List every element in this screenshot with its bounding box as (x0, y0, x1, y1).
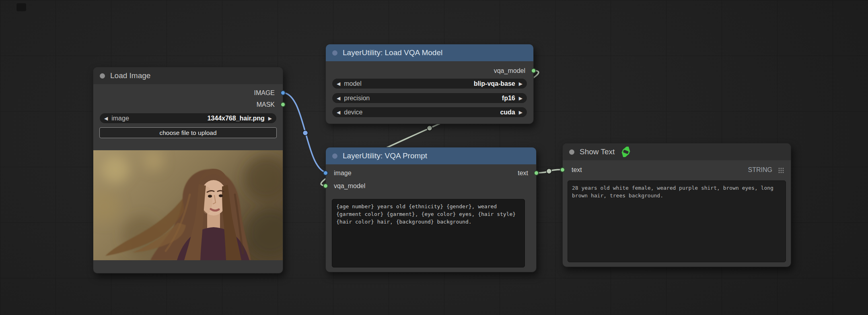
precision-combo[interactable]: ◀ precision fp16 ▶ (332, 93, 527, 104)
link-midpoint-dot (547, 169, 552, 174)
collapse-dot[interactable] (100, 73, 105, 79)
node-header[interactable]: LayerUtility: Load VQA Model (326, 44, 533, 61)
combo-label: model (344, 80, 362, 87)
input-port-image[interactable] (323, 170, 328, 176)
combo-left-arrow-icon[interactable]: ◀ (337, 110, 340, 115)
combo-right-arrow-icon[interactable]: ▶ (519, 110, 522, 115)
combo-left-arrow-icon[interactable]: ◀ (337, 96, 340, 101)
combo-right-arrow-icon[interactable]: ▶ (519, 96, 522, 101)
input-port-text[interactable] (560, 167, 565, 172)
combo-left-arrow-icon[interactable]: ◀ (337, 81, 340, 86)
model-combo[interactable]: ◀ model blip-vqa-base ▶ (332, 78, 527, 89)
combo-value: 1344x768_hair.png (207, 115, 264, 122)
combo-label: image (111, 115, 129, 122)
woman-portrait-art (93, 150, 283, 260)
node-graph-canvas[interactable]: Load Image IMAGE MASK ◀ image 1344x768_h… (0, 0, 868, 315)
combo-left-arrow-icon[interactable]: ◀ (104, 116, 108, 121)
input-port-vqa-model[interactable] (323, 183, 328, 189)
link-midpoint-dot (427, 126, 432, 131)
node-load-image[interactable]: Load Image IMAGE MASK ◀ image 1344x768_h… (93, 67, 283, 274)
link-image-to-vqa-prompt (282, 93, 329, 173)
combo-value: fp16 (502, 95, 515, 102)
menu-button[interactable] (16, 3, 26, 11)
output-port-text[interactable] (534, 170, 539, 176)
combo-value: cuda (500, 109, 515, 116)
device-combo[interactable]: ◀ device cuda ▶ (332, 107, 527, 118)
collapse-dot[interactable] (332, 153, 337, 159)
image-preview (93, 150, 283, 260)
input-label-text: text (572, 165, 582, 175)
combo-value: blip-vqa-base (474, 80, 515, 87)
show-text-output[interactable]: 28 years old white female, weared purple… (568, 180, 786, 262)
node-header[interactable]: Load Image (93, 67, 283, 84)
type-label-string: STRING (748, 165, 772, 175)
drag-handle-icon[interactable] (778, 167, 784, 174)
output-port-mask[interactable] (280, 102, 286, 107)
collapse-dot[interactable] (569, 149, 574, 155)
input-label-image: image (334, 168, 352, 178)
output-label-image: IMAGE (254, 88, 275, 98)
output-label-vqa-model: vqa_model (494, 66, 525, 76)
link-midpoint-dot (303, 131, 308, 136)
node-show-text[interactable]: Show Text text STRING (562, 143, 791, 267)
output-label-text: text (518, 168, 528, 178)
node-header[interactable]: Show Text (563, 143, 791, 160)
node-load-vqa-model[interactable]: LayerUtility: Load VQA Model vqa_model ◀… (325, 44, 534, 124)
image-file-combo[interactable]: ◀ image 1344x768_hair.png ▶ (99, 113, 277, 124)
output-port-vqa-model[interactable] (531, 68, 536, 73)
output-port-image[interactable] (280, 90, 286, 95)
combo-label: precision (344, 95, 370, 102)
node-vqa-prompt[interactable]: LayerUtility: VQA Prompt image vqa_model… (325, 147, 537, 272)
choose-file-button[interactable]: choose file to upload (99, 127, 277, 138)
refresh-icon (621, 147, 631, 157)
combo-label: device (344, 109, 362, 116)
node-title: LayerUtility: Load VQA Model (343, 48, 442, 57)
node-header[interactable]: LayerUtility: VQA Prompt (326, 147, 536, 164)
node-title: Load Image (110, 71, 150, 80)
node-title: Show Text (580, 147, 615, 156)
output-label-mask: MASK (257, 99, 275, 110)
input-label-vqa-model: vqa_model (334, 181, 365, 191)
vqa-prompt-textarea[interactable]: {age number} years old {ethnicity} {gend… (332, 199, 525, 267)
link-text-to-show-text (536, 170, 562, 173)
node-title: LayerUtility: VQA Prompt (343, 151, 427, 160)
collapse-dot[interactable] (332, 50, 337, 56)
combo-right-arrow-icon[interactable]: ▶ (519, 81, 522, 86)
combo-right-arrow-icon[interactable]: ▶ (268, 116, 272, 121)
